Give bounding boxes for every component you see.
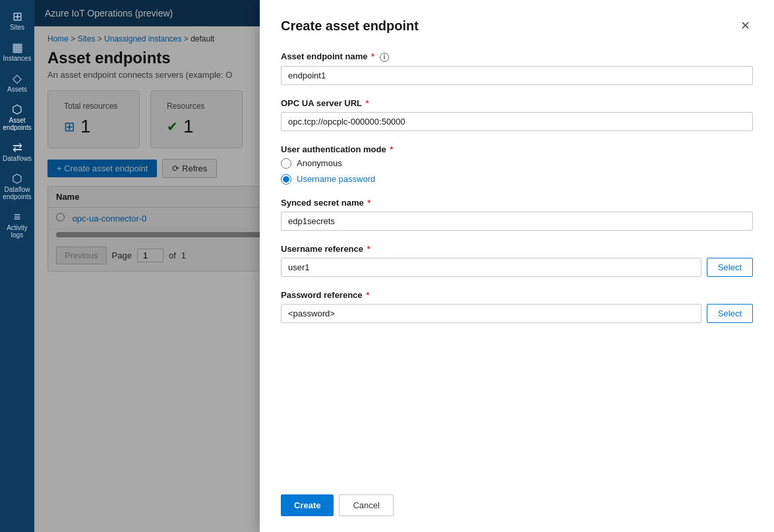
required-marker: * bbox=[367, 244, 371, 254]
modal-panel: Create asset endpoint ✕ Asset endpoint n… bbox=[260, 0, 774, 532]
cancel-button[interactable]: Cancel bbox=[339, 494, 393, 516]
sidebar-item-sites[interactable]: ⊞ Sites bbox=[0, 5, 34, 36]
auth-mode-group: User authentication mode * Anonymous Use… bbox=[281, 144, 753, 185]
username-password-radio[interactable] bbox=[281, 174, 291, 185]
required-marker: * bbox=[371, 51, 374, 61]
password-ref-row: Select bbox=[281, 304, 753, 323]
sidebar-item-label: Assetendpoints bbox=[3, 117, 31, 131]
anonymous-label: Anonymous bbox=[297, 158, 342, 168]
opc-url-label: OPC UA server URL * bbox=[281, 98, 753, 108]
anonymous-radio[interactable] bbox=[281, 158, 291, 169]
endpoint-name-group: Asset endpoint name * i bbox=[281, 51, 753, 85]
required-marker: * bbox=[390, 144, 393, 154]
modal-header: Create asset endpoint ✕ bbox=[281, 16, 753, 36]
sidebar-item-asset-endpoints[interactable]: ⬡ Assetendpoints bbox=[0, 98, 34, 136]
sidebar-item-dataflows[interactable]: ⇄ Dataflows bbox=[0, 136, 34, 167]
modal-footer: Create Cancel bbox=[281, 479, 753, 516]
assets-icon: ◇ bbox=[13, 73, 22, 84]
auth-mode-label: User authentication mode * bbox=[281, 144, 753, 154]
opc-url-group: OPC UA server URL * bbox=[281, 98, 753, 131]
instances-icon: ▦ bbox=[12, 42, 23, 53]
opc-url-input[interactable] bbox=[281, 112, 753, 131]
endpoint-name-label: Asset endpoint name * i bbox=[281, 51, 753, 62]
sidebar-item-label: Instances bbox=[3, 55, 32, 62]
password-ref-label: Password reference * bbox=[281, 290, 753, 300]
activity-logs-icon: ≡ bbox=[14, 211, 21, 223]
sidebar-item-label: Activitylogs bbox=[7, 224, 28, 239]
username-password-radio-item[interactable]: Username password bbox=[281, 174, 753, 185]
sidebar-item-label: Assets bbox=[7, 86, 27, 93]
required-marker: * bbox=[365, 98, 369, 108]
required-marker: * bbox=[367, 198, 371, 208]
asset-endpoints-icon: ⬡ bbox=[12, 103, 22, 115]
sidebar-item-assets[interactable]: ◇ Assets bbox=[0, 67, 34, 98]
synced-secret-input[interactable] bbox=[281, 212, 753, 231]
anonymous-radio-item[interactable]: Anonymous bbox=[281, 158, 753, 169]
username-ref-label: Username reference * bbox=[281, 244, 753, 254]
dataflow-endpoints-icon: ⬡ bbox=[12, 173, 22, 185]
sites-icon: ⊞ bbox=[13, 11, 22, 22]
password-select-button[interactable]: Select bbox=[707, 304, 753, 323]
create-button[interactable]: Create bbox=[281, 494, 334, 516]
info-icon[interactable]: i bbox=[380, 53, 389, 62]
close-button[interactable]: ✕ bbox=[738, 16, 753, 36]
endpoint-name-input[interactable] bbox=[281, 66, 753, 85]
required-marker: * bbox=[366, 290, 369, 300]
auth-mode-radio-group: Anonymous Username password bbox=[281, 158, 753, 185]
main-area: Azure IoT Operations (preview) Home > Si… bbox=[34, 0, 774, 532]
sidebar-item-instances[interactable]: ▦ Instances bbox=[0, 36, 34, 67]
dataflows-icon: ⇄ bbox=[13, 142, 22, 154]
username-ref-row: Select bbox=[281, 258, 753, 277]
modal-title: Create asset endpoint bbox=[281, 18, 419, 34]
password-ref-input[interactable] bbox=[281, 304, 701, 323]
password-ref-group: Password reference * Select bbox=[281, 290, 753, 323]
sidebar-item-dataflow-endpoints[interactable]: ⬡ Dataflowendpoints bbox=[0, 167, 34, 206]
username-password-label: Username password bbox=[297, 174, 375, 184]
synced-secret-label: Synced secret name * bbox=[281, 198, 753, 208]
sidebar-item-activity-logs[interactable]: ≡ Activitylogs bbox=[0, 206, 34, 244]
username-select-button[interactable]: Select bbox=[707, 258, 753, 277]
modal-overlay: Create asset endpoint ✕ Asset endpoint n… bbox=[34, 0, 774, 532]
synced-secret-group: Synced secret name * bbox=[281, 198, 753, 231]
sidebar-item-label: Dataflowendpoints bbox=[3, 186, 31, 200]
username-ref-group: Username reference * Select bbox=[281, 244, 753, 277]
sidebar: ⊞ Sites ▦ Instances ◇ Assets ⬡ Assetendp… bbox=[0, 0, 34, 532]
username-ref-input[interactable] bbox=[281, 258, 701, 277]
sidebar-item-label: Sites bbox=[10, 24, 24, 31]
sidebar-item-label: Dataflows bbox=[3, 155, 32, 162]
